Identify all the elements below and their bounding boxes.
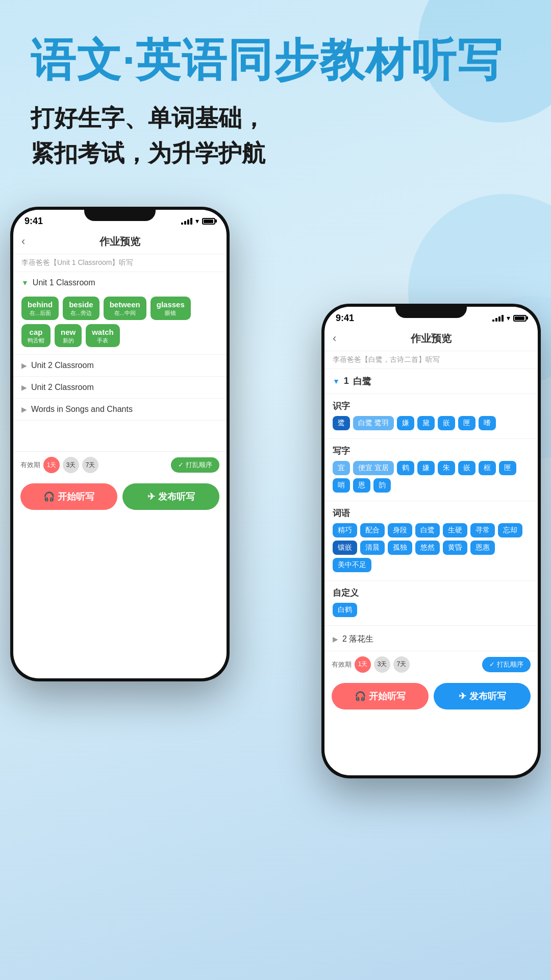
word-tag-cap[interactable]: cap 鸭舌帽 <box>21 324 51 348</box>
signal-bars-left <box>181 217 192 225</box>
unit-arrow-2b: ▶ <box>21 383 27 391</box>
word-tag-new[interactable]: new 新的 <box>55 324 82 348</box>
phones-container: 9:41 ▾ ‹ 作业预览 <box>0 191 551 916</box>
validity-3day-right[interactable]: 3天 <box>374 656 390 673</box>
unit-arrow-songs: ▶ <box>21 405 27 413</box>
nav-bar-left: ‹ 作业预览 <box>13 230 227 254</box>
start-btn-right[interactable]: 🎧 开始听写 <box>332 683 429 709</box>
content-subtitle-left: 李蓓爸爸【Unit 1 Classroom】听写 <box>13 254 227 272</box>
shuffle-btn-left[interactable]: ✓ 打乱顺序 <box>171 457 219 473</box>
signal-bars-right <box>492 314 504 322</box>
word-tag-between[interactable]: between 在...中间 <box>104 297 146 320</box>
cn-tag-bianyiyi[interactable]: 便宜 宜居 <box>353 461 394 475</box>
unit-title-2b: Unit 2 Classroom <box>31 383 94 392</box>
cn-tag-lu[interactable]: 鹭 <box>333 416 350 430</box>
word-tag-glasses[interactable]: glasses 眼镜 <box>151 297 191 320</box>
custom-tags: 白鹤 <box>324 601 538 623</box>
battery-icon-right <box>513 315 527 322</box>
lesson-2-arrow: ▶ <box>333 635 338 643</box>
word-tag-beside[interactable]: beside 在...旁边 <box>63 297 99 320</box>
shuffle-btn-right[interactable]: ✓ 打乱顺序 <box>482 657 531 672</box>
unit-arrow-2a: ▶ <box>21 361 27 370</box>
cn-tag-wangque[interactable]: 忘却 <box>498 523 522 537</box>
validity-options-left: 有效期 1天 3天 7天 <box>20 457 98 473</box>
section-vocab-title: 词语 <box>324 503 538 521</box>
cn-tag-bailu[interactable]: 白鹭 鹭羽 <box>353 416 394 430</box>
word-tags-1: behind 在...后面 beside 在...旁边 between 在...… <box>13 293 227 355</box>
cn-tag-yun[interactable]: 韵 <box>373 478 391 493</box>
cn-tag-enhui[interactable]: 恩惠 <box>470 541 495 555</box>
cn-tag-xian[interactable]: 嫌 <box>397 416 414 430</box>
validity-label-left: 有效期 <box>20 460 40 470</box>
validity-1day-left[interactable]: 1天 <box>43 457 60 473</box>
unit-header-2b[interactable]: ▶ Unit 2 Classroom <box>13 377 227 398</box>
cn-tag-meizhongbuzu[interactable]: 美中不足 <box>333 558 371 572</box>
back-button-right[interactable]: ‹ <box>333 332 336 345</box>
unit-section-2b: ▶ Unit 2 Classroom <box>13 377 227 399</box>
wifi-icon-left: ▾ <box>195 217 199 225</box>
validity-1day-right[interactable]: 1天 <box>355 656 371 673</box>
status-time-right: 9:41 <box>336 313 354 324</box>
cn-tag-jingqiao[interactable]: 精巧 <box>333 523 357 537</box>
cn-tag-peihe[interactable]: 配合 <box>360 523 385 537</box>
section-custom-title: 自定义 <box>324 583 538 601</box>
bottom-bar-right: 有效期 1天 3天 7天 ✓ 打乱顺序 <box>324 651 538 678</box>
unit-header-1[interactable]: ▼ Unit 1 Classroom <box>13 272 227 293</box>
nav-title-left: 作业预览 <box>99 235 140 249</box>
publish-btn-right[interactable]: ✈ 发布听写 <box>434 683 531 709</box>
unit-title-2a: Unit 2 Classroom <box>31 361 94 370</box>
cn-tag-shi[interactable]: 嗜 <box>479 416 496 430</box>
back-button-left[interactable]: ‹ <box>21 235 25 248</box>
cn-tag-xunchang[interactable]: 寻常 <box>470 523 495 537</box>
main-title: 语文·英语同步教材听写 <box>31 36 520 85</box>
cn-tag-en[interactable]: 恩 <box>353 478 370 493</box>
validity-7day-right[interactable]: 7天 <box>393 656 410 673</box>
validity-7day-left[interactable]: 7天 <box>82 457 98 473</box>
cn-tag-bailu2[interactable]: 白鹭 <box>415 523 440 537</box>
validity-3day-left[interactable]: 3天 <box>63 457 79 473</box>
cn-tag-qingchen[interactable]: 清晨 <box>360 541 385 555</box>
cn-tag-shenying[interactable]: 生硬 <box>443 523 467 537</box>
cn-tag-dai[interactable]: 黛 <box>417 416 435 430</box>
unit-arrow-1: ▼ <box>21 279 29 287</box>
phone-left: 9:41 ▾ ‹ 作业预览 <box>10 207 230 681</box>
cn-tag-yi[interactable]: 宜 <box>333 461 350 475</box>
cn-tag-xiangqian[interactable]: 镶嵌 <box>333 541 357 555</box>
phone-right: 9:41 ▾ ‹ 作业预览 <box>321 304 541 778</box>
publish-btn-left[interactable]: ✈ 发布听写 <box>122 483 219 510</box>
cn-tag-he[interactable]: 鹤 <box>397 461 414 475</box>
section-recognize-title: 识字 <box>324 396 538 414</box>
cn-tag-qian[interactable]: 嵌 <box>438 416 455 430</box>
cn-tag-xia2[interactable]: 匣 <box>499 461 516 475</box>
cn-tag-youran[interactable]: 悠然 <box>415 541 440 555</box>
validity-options-right: 有效期 1天 3天 7天 <box>332 656 410 673</box>
cn-tag-kuang[interactable]: 框 <box>479 461 496 475</box>
cn-tag-huanghun[interactable]: 黄昏 <box>443 541 467 555</box>
lesson-2-header[interactable]: ▶ 2 落花生 <box>324 628 538 651</box>
status-time-left: 9:41 <box>24 216 43 227</box>
unit-title-1: Unit 1 Classroom <box>33 278 95 287</box>
cn-tag-shao[interactable]: 哨 <box>333 478 350 493</box>
nav-title-right: 作业预览 <box>411 332 452 346</box>
cn-tag-qian2[interactable]: 嵌 <box>458 461 475 475</box>
word-tag-watch[interactable]: watch 手表 <box>86 324 120 348</box>
unit-section-songs: ▶ Words in Songs and Chants <box>13 399 227 421</box>
cn-tag-baihe[interactable]: 白鹤 <box>333 603 357 617</box>
cn-tag-zhu[interactable]: 朱 <box>438 461 455 475</box>
unit-section-2a: ▶ Unit 2 Classroom <box>13 355 227 377</box>
write-tags: 宜 便宜 宜居 鹤 嫌 朱 嵌 框 匣 哨 恩 韵 <box>324 459 538 499</box>
unit-title-songs: Words in Songs and Chants <box>31 405 133 414</box>
lesson-2-title: 2 落花生 <box>342 634 373 645</box>
word-tag-behind[interactable]: behind 在...后面 <box>21 297 59 320</box>
unit-header-songs[interactable]: ▶ Words in Songs and Chants <box>13 399 227 420</box>
notch-right <box>395 304 467 318</box>
cn-tag-gudu[interactable]: 孤独 <box>388 541 412 555</box>
validity-label-right: 有效期 <box>332 660 352 669</box>
lesson-number-title[interactable]: ▼ 1 白鹭 <box>324 369 538 391</box>
cn-tag-xia[interactable]: 匣 <box>458 416 475 430</box>
cn-tag-shenduan[interactable]: 身段 <box>388 523 412 537</box>
start-btn-left[interactable]: 🎧 开始听写 <box>20 483 117 510</box>
nav-bar-right: ‹ 作业预览 <box>324 327 538 351</box>
unit-header-2a[interactable]: ▶ Unit 2 Classroom <box>13 355 227 376</box>
cn-tag-xian2[interactable]: 嫌 <box>417 461 435 475</box>
